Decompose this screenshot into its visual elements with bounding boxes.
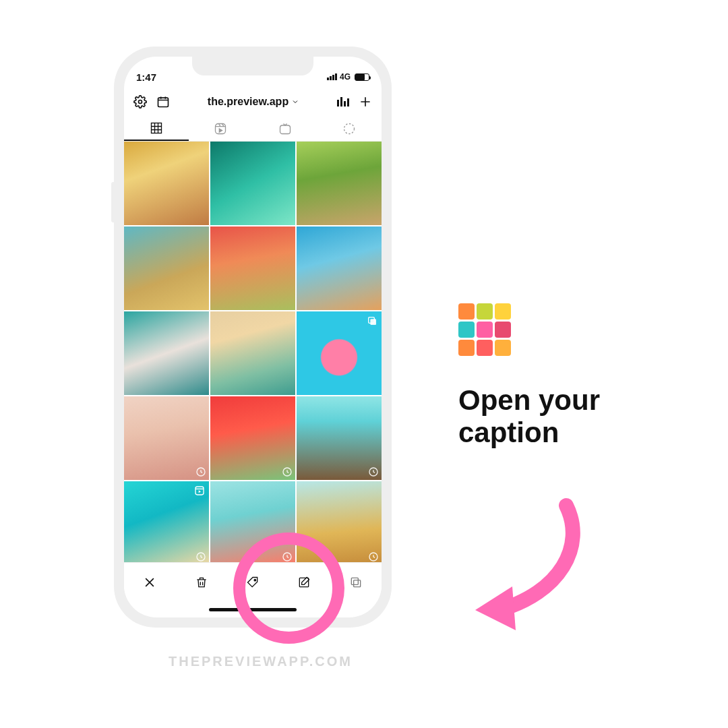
chevron-down-icon [291, 98, 299, 106]
grid-tile[interactable] [124, 226, 209, 310]
svg-rect-1 [158, 98, 169, 107]
tab-reels[interactable] [189, 116, 253, 141]
grid-tile[interactable] [210, 226, 295, 310]
svg-rect-11 [195, 487, 204, 495]
phone-notch [192, 57, 313, 75]
reels-tab-icon [214, 122, 227, 135]
svg-rect-18 [351, 578, 358, 584]
username-label: the.preview.app [208, 96, 289, 108]
carousel-icon [367, 315, 377, 326]
grid-tile[interactable] [210, 396, 295, 480]
story-tab-icon [342, 122, 356, 135]
grid-tile[interactable] [297, 311, 382, 395]
grid-tile[interactable] [124, 311, 209, 395]
svg-point-5 [344, 123, 355, 133]
grid-tile[interactable] [124, 396, 209, 480]
heading-line: Open your [458, 384, 701, 417]
grid-tab-icon [150, 121, 163, 135]
svg-point-0 [139, 100, 142, 104]
clock-icon [282, 466, 293, 477]
grid-tile[interactable] [210, 481, 295, 562]
heading-line: caption [458, 417, 701, 449]
svg-rect-4 [280, 125, 290, 134]
watermark: THEPREVIEWAPP.COM [169, 654, 353, 669]
plus-icon[interactable] [359, 95, 372, 109]
grid-tile[interactable] [297, 142, 382, 225]
account-switcher[interactable]: the.preview.app [208, 96, 299, 108]
callout-arrow [458, 492, 607, 640]
phone-screen: 1:47 4G the.preview.a [124, 57, 382, 617]
app-logo [458, 303, 701, 356]
trash-icon[interactable] [195, 576, 208, 589]
grid-tile[interactable] [297, 481, 382, 562]
svg-rect-3 [216, 123, 226, 133]
tab-stories[interactable] [317, 116, 382, 141]
battery-icon [355, 73, 369, 81]
svg-rect-2 [151, 123, 161, 133]
grid-tile[interactable] [124, 481, 209, 562]
svg-rect-17 [353, 580, 360, 586]
tag-icon[interactable] [246, 576, 260, 589]
copy-icon[interactable] [349, 576, 363, 589]
close-icon[interactable] [143, 576, 156, 589]
signal-icon [327, 73, 337, 80]
grid-tile[interactable] [210, 311, 295, 395]
grid-tile[interactable] [297, 226, 382, 310]
network-label: 4G [340, 72, 351, 82]
igtv-tab-icon [278, 122, 292, 135]
svg-rect-7 [370, 319, 376, 325]
clock-icon [368, 466, 379, 477]
view-tabs [124, 116, 382, 142]
clock-icon [368, 551, 379, 562]
grid-tile[interactable] [124, 142, 209, 225]
tab-grid[interactable] [124, 116, 189, 141]
home-indicator [124, 601, 382, 617]
app-nav-bar: the.preview.app [124, 88, 382, 116]
clock-icon [195, 466, 206, 477]
calendar-icon[interactable] [156, 95, 170, 109]
svg-point-15 [254, 579, 256, 581]
compose-icon[interactable] [297, 576, 311, 589]
analytics-icon[interactable] [337, 97, 349, 107]
clock-icon [282, 551, 293, 562]
status-right: 4G [327, 72, 369, 82]
grid-tile[interactable] [297, 396, 382, 480]
phone-mockup: 1:47 4G the.preview.a [115, 47, 391, 627]
clock-icon [195, 551, 206, 562]
instruction-panel: Open your caption [458, 303, 701, 450]
reel-badge-icon [194, 485, 205, 496]
grid-tile[interactable] [210, 142, 295, 225]
feed-grid [124, 142, 382, 562]
settings-icon[interactable] [133, 95, 147, 109]
svg-rect-16 [300, 578, 309, 586]
status-time: 1:47 [136, 71, 156, 83]
instruction-heading: Open your caption [458, 384, 701, 450]
selection-action-bar [124, 562, 382, 601]
tab-igtv[interactable] [253, 116, 317, 141]
